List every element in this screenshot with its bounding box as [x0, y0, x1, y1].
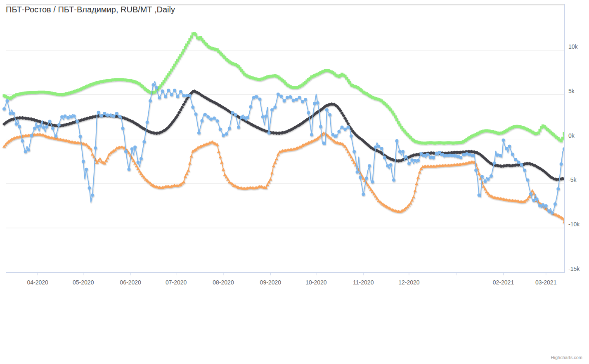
x-axis-label: 10-2020	[305, 279, 327, 286]
chart-title: ПБТ-Ростов / ПБТ-Владимир, RUB/MT ,Daily	[6, 5, 175, 14]
x-axis-label: 03-2021	[535, 279, 557, 286]
y-axis-label: -5k	[568, 176, 577, 183]
y-axis-label: 0k	[568, 132, 575, 139]
x-axis-label: 11-2020	[353, 279, 374, 286]
x-axis-label: 06-2020	[120, 279, 141, 286]
y-axis-label: -15k	[568, 265, 580, 272]
y-axis-label: 5k	[568, 88, 575, 94]
x-axis-label: 07-2020	[166, 279, 187, 286]
x-axis-label: 08-2020	[213, 279, 234, 286]
highcharts-chart: 04-202005-202006-202007-202008-202009-20…	[0, 0, 589, 364]
x-axis-label: 12-2020	[398, 279, 420, 286]
x-axis-label: 02-2021	[493, 279, 514, 286]
plot-area: 04-202005-202006-202007-202008-202009-20…	[0, 0, 589, 364]
y-axis-label: -10k	[568, 221, 580, 228]
x-axis-label: 09-2020	[260, 279, 281, 286]
x-axis-label: 05-2020	[73, 279, 94, 286]
x-axis-label: 04-2020	[27, 279, 48, 286]
highcharts-credit-link[interactable]: Highcharts.com	[551, 355, 582, 360]
y-axis-label: 10k	[568, 43, 578, 50]
chart-svg: 04-202005-202006-202007-202008-202009-20…	[0, 0, 589, 364]
